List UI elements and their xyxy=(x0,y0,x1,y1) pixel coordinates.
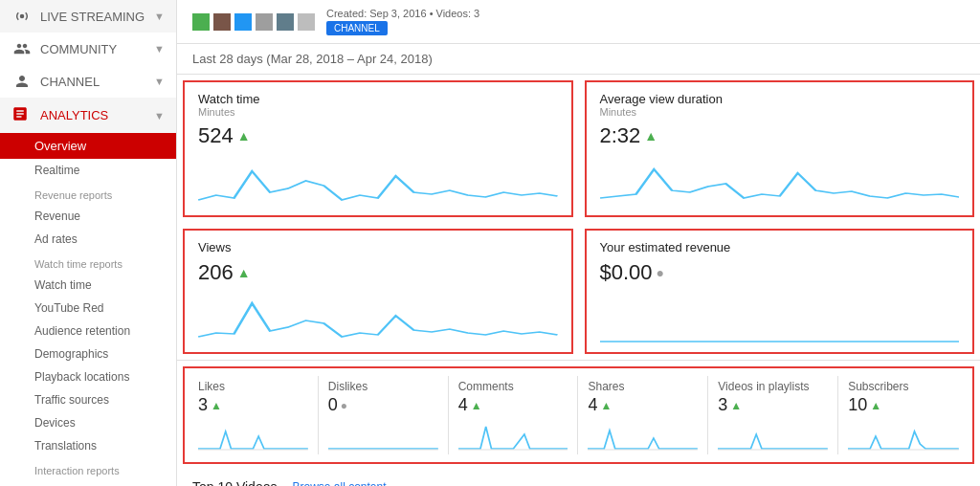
sidebar-item-analytics[interactable]: ANALYTICS ▼ xyxy=(0,98,176,133)
stat-shares-title: Shares xyxy=(588,380,698,393)
stat-shares: Shares 4 ▲ xyxy=(578,376,708,454)
stat-comments-trend: ▲ xyxy=(471,399,482,412)
views-value: 206 ▲ xyxy=(198,260,558,285)
stat-dislikes: Dislikes 0 ● xyxy=(319,376,449,454)
nav-youtube-red[interactable]: YouTube Red xyxy=(0,297,176,320)
metric-watch-time: Watch time Minutes 524 ▲ xyxy=(183,80,573,217)
nav-revenue[interactable]: Revenue xyxy=(0,205,176,228)
nav-realtime[interactable]: Realtime xyxy=(0,159,176,182)
community-arrow: ▼ xyxy=(154,43,165,55)
stat-likes-title: Likes xyxy=(198,380,308,393)
nav-audience-retention[interactable]: Audience retention xyxy=(0,320,176,342)
nav-traffic-sources[interactable]: Traffic sources xyxy=(0,388,176,411)
color-sq-4 xyxy=(256,13,273,31)
top-videos-section: Top 10 Videos Browse all content xyxy=(177,470,980,486)
views-number: 206 xyxy=(198,260,234,285)
live-streaming-icon xyxy=(11,8,33,25)
stat-shares-number: 4 xyxy=(588,395,597,415)
sidebar-item-channel[interactable]: CHANNEL ▼ xyxy=(0,65,176,98)
color-sq-3 xyxy=(234,13,252,31)
live-streaming-arrow: ▼ xyxy=(154,11,165,22)
avg-view-duration-title: Average view duration xyxy=(600,92,960,106)
stat-comments-number: 4 xyxy=(458,395,468,415)
color-sq-5 xyxy=(277,13,294,31)
nav-translations[interactable]: Translations xyxy=(0,434,176,457)
stat-subscribers-chart xyxy=(848,417,959,451)
avg-view-duration-chart xyxy=(600,152,960,210)
section-watch-time-reports: Watch time reports xyxy=(0,251,176,274)
nav-ad-rates[interactable]: Ad rates xyxy=(0,228,176,251)
stat-comments-value: 4 ▲ xyxy=(458,395,568,415)
channel-badge: CHANNEL xyxy=(326,21,388,35)
watch-time-trend: ▲ xyxy=(237,128,251,144)
top-bar: Created: Sep 3, 2016 • Videos: 3 CHANNEL xyxy=(177,0,980,44)
channel-created: Created: Sep 3, 2016 • Videos: 3 xyxy=(326,8,479,19)
views-trend: ▲ xyxy=(237,265,251,280)
analytics-icon xyxy=(11,105,33,125)
stat-likes-chart xyxy=(198,417,308,451)
watch-time-number: 524 xyxy=(198,123,234,148)
watch-time-value: 524 ▲ xyxy=(198,123,558,148)
metric-views: Views 206 ▲ xyxy=(183,229,573,354)
stat-videos-in-playlists-chart xyxy=(718,417,828,451)
color-sq-6 xyxy=(298,13,315,31)
sidebar: LIVE STREAMING ▼ COMMUNITY ▼ CHANNEL ▼ A… xyxy=(0,0,177,486)
avg-view-duration-number: 2:32 xyxy=(600,123,641,148)
channel-label: CHANNEL xyxy=(40,75,100,89)
stat-shares-trend: ▲ xyxy=(601,399,612,412)
estimated-revenue-value: $0.00 ● xyxy=(600,260,960,285)
stat-likes-trend: ▲ xyxy=(211,399,222,412)
stat-videos-in-playlists-title: Videos in playlists xyxy=(718,380,828,393)
channel-icon xyxy=(11,73,33,90)
stat-likes: Likes 3 ▲ xyxy=(189,376,319,454)
stat-shares-chart xyxy=(588,417,698,451)
stats-row: Likes 3 ▲ Dislikes 0 ● xyxy=(183,366,974,464)
watch-time-title: Watch time xyxy=(198,92,558,106)
stat-comments: Comments 4 ▲ xyxy=(449,376,579,454)
estimated-revenue-chart xyxy=(600,289,960,346)
channel-info: Created: Sep 3, 2016 • Videos: 3 CHANNEL xyxy=(326,8,479,35)
nav-devices[interactable]: Devices xyxy=(0,411,176,434)
stat-subscribers-value: 10 ▲ xyxy=(848,395,959,415)
stat-videos-in-playlists-trend: ▲ xyxy=(730,399,742,412)
channel-arrow: ▼ xyxy=(154,76,165,87)
section-interaction-reports: Interaction reports xyxy=(0,457,176,480)
nav-subscribers[interactable]: Subscribers xyxy=(0,480,176,486)
community-label: COMMUNITY xyxy=(40,42,117,56)
color-sq-1 xyxy=(192,13,210,31)
nav-watch-time[interactable]: Watch time xyxy=(0,274,176,297)
metric-avg-view-duration: Average view duration Minutes 2:32 ▲ xyxy=(585,80,975,217)
section-revenue-reports: Revenue reports xyxy=(0,182,176,205)
analytics-arrow: ▼ xyxy=(154,110,165,122)
stat-subscribers: Subscribers 10 ▲ xyxy=(838,376,969,454)
watch-time-chart xyxy=(198,152,558,210)
date-range: Last 28 days (Mar 28, 2018 – Apr 24, 201… xyxy=(177,44,980,75)
browse-all-link[interactable]: Browse all content xyxy=(292,480,386,486)
stat-comments-title: Comments xyxy=(458,380,568,393)
avg-view-duration-trend: ▲ xyxy=(644,128,657,144)
stat-dislikes-chart xyxy=(328,417,438,451)
estimated-revenue-number: $0.00 xyxy=(600,260,653,285)
estimated-revenue-trend: ● xyxy=(657,265,664,280)
main-content: Created: Sep 3, 2016 • Videos: 3 CHANNEL… xyxy=(177,0,980,486)
sidebar-item-community[interactable]: COMMUNITY ▼ xyxy=(0,33,176,65)
stat-videos-in-playlists: Videos in playlists 3 ▲ xyxy=(708,376,838,454)
avg-view-duration-value: 2:32 ▲ xyxy=(600,123,960,148)
nav-overview[interactable]: Overview xyxy=(0,133,176,159)
stat-subscribers-number: 10 xyxy=(848,395,867,415)
svg-point-0 xyxy=(20,14,25,19)
nav-playback-locations[interactable]: Playback locations xyxy=(0,365,176,388)
color-squares xyxy=(192,13,315,31)
nav-demographics[interactable]: Demographics xyxy=(0,342,176,365)
stat-likes-number: 3 xyxy=(198,395,208,415)
views-title: Views xyxy=(198,240,558,254)
stat-dislikes-title: Dislikes xyxy=(328,380,438,393)
community-icon xyxy=(11,40,33,57)
stat-videos-in-playlists-number: 3 xyxy=(718,395,727,415)
sidebar-item-live-streaming[interactable]: LIVE STREAMING ▼ xyxy=(0,0,176,33)
analytics-label: ANALYTICS xyxy=(40,108,108,122)
watch-time-subtitle: Minutes xyxy=(198,106,558,118)
color-sq-2 xyxy=(213,13,231,31)
stat-videos-in-playlists-value: 3 ▲ xyxy=(718,395,828,415)
live-streaming-label: LIVE STREAMING xyxy=(40,10,145,24)
